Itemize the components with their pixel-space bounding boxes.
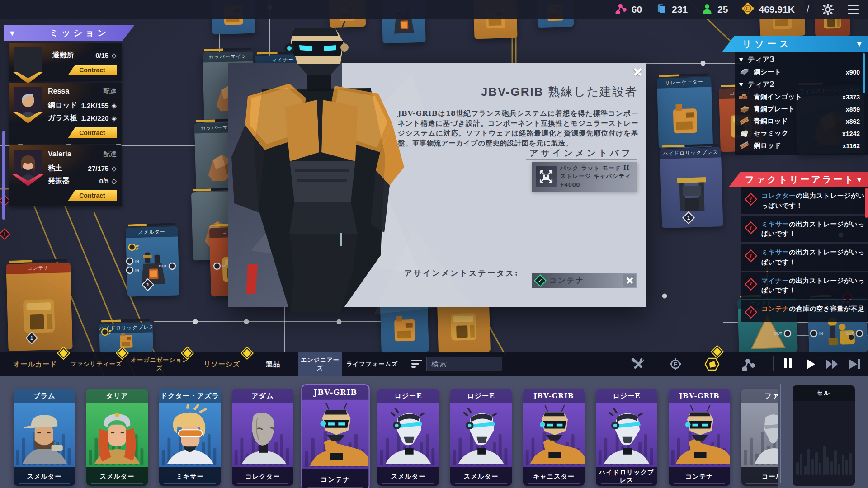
- engineer-card[interactable]: ロジーEスメルター: [450, 389, 512, 486]
- tab-item[interactable]: リソーシズ: [195, 352, 249, 376]
- resources-panel-header[interactable]: リソース ▼: [722, 36, 868, 52]
- tab-engineers[interactable]: エンジニアーズ: [298, 352, 342, 376]
- tab-item[interactable]: ライフフォームズ: [344, 352, 400, 376]
- alert-row[interactable]: !ミキサーの出力ストレージがいっぱいです！: [741, 216, 868, 243]
- hamburger-menu-icon[interactable]: [846, 3, 860, 16]
- bronze-ingot-icon: [739, 91, 750, 103]
- mission-item-progress: 1.2K/155: [81, 102, 109, 109]
- stat-value: 60: [632, 4, 642, 15]
- tier-collapse-icon[interactable]: ▼: [739, 82, 743, 88]
- mission-scrollbar[interactable]: [2, 131, 5, 220]
- pause-icon[interactable]: [779, 356, 796, 372]
- engineer-card[interactable]: タリアスメルター: [86, 389, 148, 486]
- resource-row[interactable]: 青銅プレートx859: [739, 103, 864, 115]
- play-icon[interactable]: [803, 356, 819, 372]
- resource-row[interactable]: 鋼シートx900: [739, 66, 864, 78]
- engineer-card[interactable]: アダムコレクター: [232, 389, 293, 486]
- steel-sheet-icon: [739, 66, 750, 78]
- alerts-panel-header[interactable]: ファクトリーアラート ▼: [729, 172, 868, 187]
- top-status-bar: 6023125E469.91K /: [0, 0, 868, 19]
- engineer-card-art: [741, 403, 778, 467]
- engineer-card[interactable]: ドクター・アズラミキサー: [159, 389, 221, 486]
- automation-gear-icon[interactable]: E: [667, 356, 684, 372]
- tab-item[interactable]: オーガニゼーションズ: [130, 352, 189, 376]
- settings-gear-icon[interactable]: [821, 3, 835, 16]
- engineer-card-role: コレクター: [232, 467, 293, 486]
- mission-card[interactable]: 避難所0/15◇Contract: [9, 43, 122, 81]
- tab-item[interactable]: オールカード: [5, 352, 65, 376]
- mission-panel: ▼ ミッション 避難所0/15◇ContractRessa配達鋼ロッド1.2K/…: [4, 25, 135, 206]
- engineer-card-name: JBV-GRIB: [302, 385, 369, 399]
- alert-row[interactable]: !コンテナの倉庫の空き容量が不足: [741, 300, 868, 322]
- resource-name: 鋼シート: [754, 68, 842, 76]
- network-node-stat: 60: [615, 3, 642, 16]
- mission-card[interactable]: Ressa配達鋼ロッド1.2K/155◈ガラス板1.2K/220◈Contrac…: [9, 83, 122, 144]
- engineer-card-role: スメルター: [86, 467, 148, 486]
- stat-value: 469.91K: [759, 4, 794, 15]
- credits-stat: E469.91K: [741, 2, 794, 17]
- mission-panel-header[interactable]: ▼ ミッション: [4, 25, 135, 41]
- tier-collapse-icon[interactable]: ▼: [739, 57, 743, 63]
- engineer-card[interactable]: ロジーEハイドロリックプレス: [596, 389, 657, 486]
- resource-row[interactable]: セラミックx1242: [739, 127, 864, 140]
- engineer-card[interactable]: JBV-GRIBコンテナ: [669, 389, 730, 486]
- contract-button[interactable]: Contract: [68, 127, 117, 138]
- svg-text:OUT: OUT: [846, 331, 854, 336]
- resource-name: 青銅ロッド: [754, 117, 842, 126]
- hex-cards-icon[interactable]: [704, 356, 720, 372]
- network-node-icon[interactable]: [741, 356, 757, 372]
- resource-name: 鋼ロッド: [754, 141, 839, 150]
- contract-button[interactable]: Contract: [68, 65, 117, 75]
- cards-stat: 231: [656, 3, 688, 16]
- mission-avatar[interactable]: [14, 150, 42, 184]
- engineer-card[interactable]: JBV-GRIBキャニスター: [523, 389, 585, 486]
- assignment-target: コンテナ: [549, 276, 623, 286]
- resource-row[interactable]: 青銅ロッドx862: [739, 115, 864, 127]
- tier-label: ティア3: [747, 55, 774, 65]
- mission-item-label: 避難所: [52, 51, 95, 60]
- svg-text:OUT: OUT: [159, 264, 167, 268]
- tab-item[interactable]: 製品: [259, 352, 288, 376]
- mission-avatar[interactable]: [14, 47, 42, 82]
- engineer-card[interactable]: ファコール: [741, 389, 778, 486]
- resource-tier-row[interactable]: ▼ティア2: [739, 78, 864, 91]
- resource-name: 青銅プレート: [754, 105, 842, 113]
- fast-forward-icon[interactable]: [824, 356, 840, 372]
- alerts-scrollbar[interactable]: [865, 188, 868, 218]
- max-speed-icon[interactable]: [846, 356, 863, 372]
- mission-item-label: ガラス板: [48, 113, 81, 123]
- alert-row[interactable]: !マイナーの出力ストレージがいっぱいです！: [741, 272, 868, 299]
- credits-icon: E: [741, 2, 754, 17]
- collapse-triangle-icon[interactable]: ▼: [857, 176, 862, 183]
- engineer-card[interactable]: ブラムスメルター: [14, 389, 75, 486]
- cell-panel[interactable]: セル: [793, 385, 855, 486]
- engineer-card[interactable]: ロジーEスメルター: [377, 389, 439, 486]
- engineer-description: JBV-GRIBは18世紀フランス砲兵システムに着想を得た標準コンポーネント構造…: [398, 108, 638, 148]
- alerts-list: !コレクターの出力ストレージがいっぱいです！!ミキサーの出力ストレージがいっぱい…: [741, 187, 868, 323]
- engineer-card-art: [302, 400, 369, 469]
- resource-row[interactable]: 青銅インゴットx3373: [739, 91, 864, 103]
- filter-icon[interactable]: [411, 358, 423, 369]
- alert-row[interactable]: !ミキサーの出力ストレージがいっぱいです！: [741, 244, 868, 271]
- svg-text:IN: IN: [135, 268, 139, 272]
- mission-avatar[interactable]: [14, 87, 42, 122]
- resources-scrollbar[interactable]: [863, 53, 865, 93]
- search-input[interactable]: [426, 357, 502, 371]
- svg-text:1: 1: [146, 282, 149, 287]
- engineer-card-name: ファ: [741, 389, 778, 403]
- mission-item: 鋼ロッド1.2K/155◈: [48, 101, 117, 110]
- collapse-triangle-icon[interactable]: ▼: [10, 30, 14, 37]
- mission-card[interactable]: Valeria配達粘土27/175◇発振器0/5◇Contract: [9, 145, 122, 206]
- collapse-triangle-icon[interactable]: ▼: [857, 40, 862, 47]
- dialog-close-button[interactable]: [632, 66, 644, 78]
- unassign-button[interactable]: [623, 274, 636, 287]
- alert-row[interactable]: !コレクターの出力ストレージがいっぱいです！: [741, 187, 868, 214]
- engineer-card-name: ロジーE: [596, 389, 657, 403]
- engineer-card[interactable]: JBV-GRIBコンテナ: [302, 385, 369, 488]
- build-tools-icon[interactable]: [630, 356, 646, 372]
- resource-row[interactable]: 鋼ロッドx1162: [739, 140, 864, 152]
- tab-item[interactable]: ファシリティーズ: [69, 352, 124, 376]
- resource-tier-row[interactable]: ▼ティア3: [739, 53, 864, 66]
- contract-button[interactable]: Contract: [68, 190, 117, 201]
- mission-item-label: 粘土: [48, 164, 88, 173]
